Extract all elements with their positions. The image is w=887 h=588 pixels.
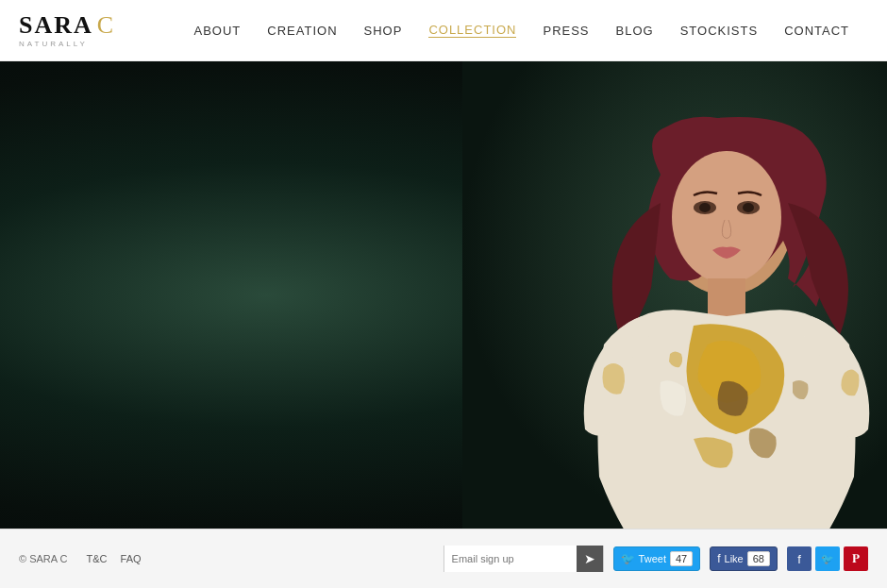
logo-naturally-text: NATURALLY: [19, 40, 88, 48]
footer-tc-link[interactable]: T&C: [87, 553, 108, 564]
like-count: 68: [747, 551, 770, 566]
social-icons: f 🐦 𝐏: [787, 546, 868, 571]
hero-section: [0, 61, 887, 529]
logo[interactable]: SARA C NATURALLY: [19, 13, 113, 48]
footer-right: ➤ 🐦 Tweet 47 f Like 68 f 🐦 𝐏: [444, 546, 868, 572]
svg-point-7: [743, 203, 754, 212]
tweet-label: Tweet: [639, 553, 666, 564]
facebook-social-icon[interactable]: f: [787, 546, 812, 571]
footer: © SARA C T&C FAQ ➤ 🐦 Tweet 47 f Like 68 …: [0, 529, 887, 588]
email-signup-form: ➤: [444, 546, 604, 572]
facebook-like-button[interactable]: f Like 68: [710, 546, 778, 571]
footer-faq-link[interactable]: FAQ: [121, 553, 142, 564]
logo-main: SARA C: [19, 13, 113, 38]
hero-model: [462, 61, 887, 529]
twitter-social-icon[interactable]: 🐦: [815, 546, 840, 571]
footer-links: T&C FAQ: [87, 553, 142, 564]
facebook-icon: f: [717, 552, 720, 565]
copyright-text: © SARA C: [19, 553, 68, 564]
twitter-bird-icon: 🐦: [621, 552, 635, 565]
tweet-button[interactable]: 🐦 Tweet 47: [613, 546, 701, 571]
nav-blog[interactable]: BLOG: [616, 24, 654, 38]
nav-creation[interactable]: CREATION: [267, 24, 337, 38]
email-submit-button[interactable]: ➤: [577, 546, 603, 572]
header: SARA C NATURALLY ABOUT CREATION SHOP COL…: [0, 0, 887, 61]
logo-sara-text: SARA: [19, 13, 93, 38]
main-nav: ABOUT CREATION SHOP COLLECTION PRESS BLO…: [194, 23, 849, 38]
logo-c-text: C: [97, 13, 113, 38]
like-label: Like: [725, 553, 744, 564]
nav-collection[interactable]: COLLECTION: [428, 23, 516, 38]
email-input[interactable]: [444, 546, 577, 572]
nav-about[interactable]: ABOUT: [194, 24, 242, 38]
svg-point-3: [672, 151, 781, 283]
model-svg: [462, 61, 887, 529]
svg-point-6: [699, 203, 711, 212]
pinterest-social-icon[interactable]: 𝐏: [844, 546, 868, 571]
tweet-count: 47: [670, 551, 693, 566]
nav-shop[interactable]: SHOP: [364, 24, 403, 38]
nav-press[interactable]: PRESS: [543, 24, 589, 38]
nav-stockists[interactable]: STOCKISTS: [680, 24, 758, 38]
nav-contact[interactable]: CONTACT: [784, 24, 849, 38]
